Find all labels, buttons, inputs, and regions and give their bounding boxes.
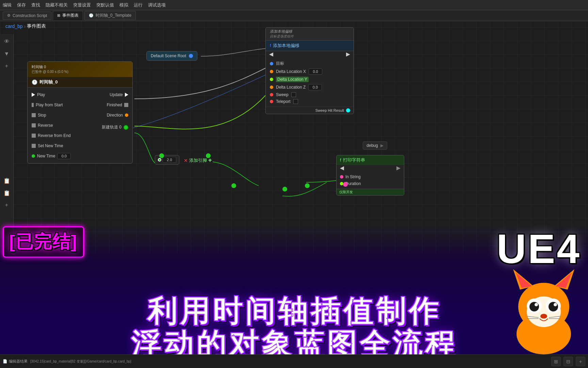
sidebar-icon-5[interactable]: 📋	[2, 188, 12, 198]
print-exec-out[interactable]	[396, 166, 401, 170]
print-exec-row	[337, 165, 404, 172]
pin-set-new-time: Set New Time	[32, 142, 94, 150]
print-exec-in[interactable]	[340, 166, 344, 170]
tab-timeline[interactable]: 🕐 时间轴_0_Template	[84, 11, 136, 20]
menu-highlight[interactable]: 突显设置	[73, 2, 91, 8]
reroute-4[interactable]	[159, 153, 164, 158]
menu-find[interactable]: 查找	[31, 2, 40, 8]
tab-construction-icon: ⚙	[7, 13, 11, 18]
svg-point-12	[554, 303, 557, 306]
pin-play-exec[interactable]	[32, 93, 35, 97]
value-node-in-pin[interactable]	[158, 158, 161, 162]
pin-set-time-exec[interactable]	[32, 144, 36, 148]
bottom-btn-1[interactable]: ⊞	[551, 357, 561, 366]
arrow-down-icon[interactable]: ▼	[2, 49, 12, 59]
print-func-icon: f	[340, 158, 341, 163]
dev-only-label: 仅限开发	[337, 189, 404, 195]
sweep-checkbox[interactable]	[291, 92, 296, 97]
offset-exec-in[interactable]	[269, 52, 273, 57]
tab-event-graph[interactable]: ⊞ 事件图表	[53, 11, 83, 20]
print-header: f 打印字符串	[337, 155, 404, 165]
debug-arrow: ▶	[380, 143, 383, 148]
menu-run[interactable]: 运行	[134, 2, 143, 8]
scene-root-pin[interactable]	[189, 54, 193, 58]
menu-edit[interactable]: 编辑	[3, 2, 12, 8]
sweep-pin[interactable]	[270, 93, 273, 96]
dz-pin[interactable]	[270, 86, 273, 89]
target-pin[interactable]	[270, 62, 273, 65]
svg-point-11	[535, 303, 538, 306]
pin-direction-circle[interactable]	[125, 113, 128, 117]
pin-new-track-circle[interactable]	[124, 125, 128, 130]
tab-construction[interactable]: ⚙ Construction Script	[3, 12, 51, 20]
teleport-pin[interactable]	[270, 100, 273, 103]
menu-hide[interactable]: 隐藏不相关	[46, 2, 68, 8]
pin-new-time: New Time 0.0	[32, 152, 94, 160]
pin-play: Play	[32, 91, 94, 98]
offset-dz-row: Delta Location Z 0.0	[270, 84, 349, 90]
timeline-pins-left: Play Play from Start Stop Reverse Revers…	[28, 90, 98, 161]
eye-icon[interactable]: 👁	[2, 37, 12, 46]
close-icon[interactable]: ✕	[184, 158, 188, 163]
completed-badge: [已完结]	[3, 226, 84, 258]
reroute-3[interactable]	[305, 183, 310, 188]
offset-exec-out[interactable]	[346, 52, 350, 57]
scene-root-header: Default Scene Root	[147, 51, 197, 60]
bottom-icons: ⊞ ⊟ +	[551, 357, 585, 366]
breadcrumb-parent[interactable]: card_bp	[5, 24, 23, 29]
print-duration-row: Duration	[340, 181, 401, 186]
breadcrumb-current: 事件图表	[27, 23, 46, 29]
tab-bar: ⚙ Construction Script ⊞ 事件图表 🕐 时间轴_0_Tem…	[0, 10, 588, 21]
timeline-status: 已暂停 @ 0.00 s (0.0 %)	[32, 70, 128, 74]
timeline-pins-right: Update Finished Direction 新建轨道 0	[98, 90, 132, 161]
reroute-5[interactable]	[206, 153, 211, 158]
bottom-btn-2[interactable]: ⊟	[564, 357, 573, 366]
dz-value[interactable]: 0.0	[308, 84, 322, 90]
dx-value[interactable]: 0.0	[309, 68, 322, 75]
offset-title: f 添加本地偏移	[266, 41, 354, 51]
debug-node[interactable]: debug ▶	[363, 141, 387, 150]
dx-pin[interactable]	[270, 70, 273, 73]
in-string-pin[interactable]	[340, 175, 343, 179]
fox-mascot	[506, 266, 581, 354]
bottom-bar: 📄 编辑器结果 [3042.15]card_bp_material[82 变量]…	[0, 354, 588, 368]
menu-simulate[interactable]: 模拟	[119, 2, 128, 8]
banner-text-area: 利用时间轴插值制作 浮动的对象蓝图全流程	[0, 295, 588, 361]
menu-save[interactable]: 保存	[17, 2, 26, 8]
menu-bar: 编辑 保存 查找 隐藏不相关 突显设置 突默认值 模拟 运行 调试选项	[0, 0, 588, 10]
pin-finished-exec-out[interactable]	[124, 103, 128, 107]
print-in-string-row: In String	[340, 174, 401, 179]
dy-pin[interactable]	[270, 78, 273, 81]
ue4-logo: UE4	[497, 225, 588, 269]
new-time-value[interactable]: 0.0	[57, 153, 71, 159]
sidebar-icon-6[interactable]: +	[2, 200, 12, 210]
pin-stop-exec[interactable]	[32, 113, 36, 117]
pin-reverse: Reverse	[32, 122, 94, 129]
breadcrumb: card_bp › 事件图表	[5, 23, 46, 29]
teleport-checkbox[interactable]	[293, 99, 298, 104]
scene-root-node: Default Scene Root	[146, 51, 197, 61]
sweep-hit-pin[interactable]	[346, 108, 350, 112]
reroute-2[interactable]	[282, 187, 287, 191]
clock-icon: 🕐	[32, 79, 37, 85]
menu-debug[interactable]: 调试选项	[148, 2, 166, 8]
pin-play-start-exec[interactable]	[32, 103, 34, 107]
offset-teleport-row: Teleport	[270, 99, 349, 104]
timeline-label: 时间轴 0	[32, 64, 128, 70]
pin-play-from-start: Play from Start	[32, 101, 94, 109]
plus-icon[interactable]: +	[2, 61, 12, 71]
timeline-header: 时间轴 0 已暂停 @ 0.00 s (0.0 %)	[28, 62, 132, 77]
pin-reverse-exec[interactable]	[32, 123, 36, 127]
menu-default[interactable]: 突默认值	[96, 2, 114, 8]
bottom-btn-3[interactable]: +	[576, 357, 585, 366]
value-node-value[interactable]: 2.0	[163, 157, 176, 163]
pin-new-time-circle[interactable]	[32, 154, 35, 158]
pin-stop: Stop	[32, 111, 94, 119]
pin-update-exec-out[interactable]	[125, 93, 128, 97]
offset-sweep-row: Sweep	[270, 92, 349, 97]
reroute-pink[interactable]	[343, 182, 348, 187]
print-node: f 打印字符串 In String Duration 仅限开发	[336, 155, 404, 196]
pin-reverse-end-exec[interactable]	[32, 134, 36, 138]
reroute-1[interactable]	[231, 183, 236, 188]
sidebar-icon-4[interactable]: 📋	[2, 176, 12, 185]
